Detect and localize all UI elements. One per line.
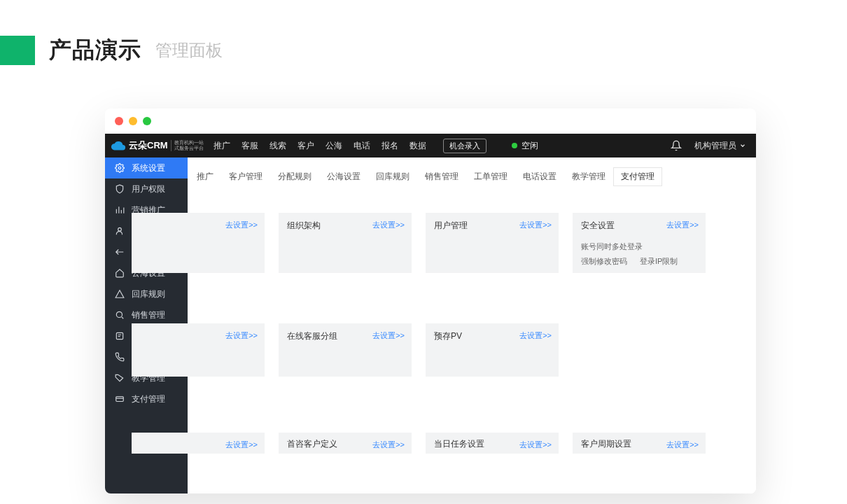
cloud-icon <box>111 138 126 153</box>
tab-pool-settings[interactable]: 公海设置 <box>319 167 368 186</box>
card-title: 在线客服分组 <box>287 330 337 342</box>
card-title: 组织架构 <box>287 220 321 232</box>
nav-phone[interactable]: 电话 <box>354 140 370 152</box>
tab-payment-manage[interactable]: 支付管理 <box>613 167 662 186</box>
card-online-service-group: 在线客服分组 去设置>> <box>279 323 412 377</box>
sidebar-item-label: 回库规则 <box>132 288 165 300</box>
bell-icon[interactable] <box>671 140 682 151</box>
sidebar-item-sales-manage[interactable]: 销售管理 <box>105 304 188 326</box>
card-sub-list-2: 强制修改密码 登录IP限制 <box>581 256 697 267</box>
card-hidden-1: 去设置>> <box>132 213 265 273</box>
go-settings-link[interactable]: 去设置>> <box>519 220 552 230</box>
nav-data[interactable]: 数据 <box>410 140 426 152</box>
card-security-settings: 安全设置 去设置>> 账号同时多处登录 强制修改密码 登录IP限制 <box>573 213 706 273</box>
card-first-consult-def: 首咨客户定义 去设置>> <box>279 433 412 454</box>
go-settings-link[interactable]: 去设置>> <box>372 440 405 450</box>
sidebar-item-label: 用户权限 <box>132 183 165 195</box>
phone-icon <box>115 352 125 362</box>
sidebar-item-return-rule[interactable]: 回库规则 <box>105 284 188 304</box>
sidebar-item-user-permission[interactable]: 用户权限 <box>105 178 188 200</box>
svg-rect-3 <box>116 397 124 402</box>
tab-phone-settings[interactable]: 电话设置 <box>515 167 564 186</box>
go-settings-link[interactable]: 去设置>> <box>225 220 258 230</box>
go-settings-link[interactable]: 去设置>> <box>372 220 405 230</box>
maximize-dot[interactable] <box>143 117 151 125</box>
app-body: 系统设置 用户权限 营销推广 客户管理 分配规则 公海设置 <box>105 158 756 493</box>
card-section-3: 去设置>> 首咨客户定义 去设置>> 当日任务设置 去设置>> 客户周期设置 去… <box>132 433 756 454</box>
nav-signup[interactable]: 报名 <box>382 140 398 152</box>
page-subtitle: 管理面板 <box>155 39 223 62</box>
sidebar-item-system-settings[interactable]: 系统设置 <box>105 158 188 178</box>
nav-promote[interactable]: 推广 <box>214 140 230 152</box>
status-group: 空闲 <box>512 140 538 152</box>
sidebar-item-label: 系统设置 <box>132 162 165 174</box>
app-window: 云朵CRM 教育机构一站 式服务云平台 推广 客服 线索 客户 公海 电话 报名… <box>105 108 756 493</box>
tab-promote[interactable]: 推广 <box>189 167 221 186</box>
person-icon <box>115 226 125 236</box>
card-hidden-3: 去设置>> <box>132 433 265 454</box>
nav-leads[interactable]: 线索 <box>270 140 286 152</box>
close-dot[interactable] <box>115 117 123 125</box>
tag-icon <box>115 373 125 383</box>
go-settings-link[interactable]: 去设置>> <box>519 330 552 341</box>
page-title: 产品演示 <box>49 35 141 66</box>
assign-icon <box>115 247 125 257</box>
window-titlebar <box>105 108 756 134</box>
card-title: 客户周期设置 <box>581 438 631 450</box>
tab-return-rule[interactable]: 回库规则 <box>368 167 417 186</box>
logo-text: 云朵CRM <box>129 139 168 152</box>
sales-icon <box>115 310 125 320</box>
card-daily-task-settings: 当日任务设置 去设置>> <box>426 433 559 454</box>
card-title: 首咨客户定义 <box>287 438 337 450</box>
app-header: 云朵CRM 教育机构一站 式服务云平台 推广 客服 线索 客户 公海 电话 报名… <box>105 134 756 158</box>
svg-point-0 <box>118 227 122 231</box>
chevron-down-icon <box>739 142 746 149</box>
top-nav: 推广 客服 线索 客户 公海 电话 报名 数据 机会录入 <box>214 139 486 153</box>
status-text: 空闲 <box>522 140 538 152</box>
nav-pool[interactable]: 公海 <box>326 140 342 152</box>
card-title: 用户管理 <box>434 220 468 232</box>
go-settings-link[interactable]: 去设置>> <box>225 330 258 341</box>
main-content: 推广 客户管理 分配规则 公海设置 回库规则 销售管理 工单管理 电话设置 教学… <box>188 158 756 493</box>
go-settings-link[interactable]: 去设置>> <box>519 440 552 450</box>
card-prestored-pv: 预存PV 去设置>> <box>426 323 559 377</box>
card-customer-cycle-settings: 客户周期设置 去设置>> <box>573 433 706 454</box>
home-icon <box>115 268 125 278</box>
go-settings-link[interactable]: 去设置>> <box>372 330 405 341</box>
triangle-icon <box>115 289 125 299</box>
card-sub-list: 账号同时多处登录 <box>581 241 697 252</box>
tab-assign-rule[interactable]: 分配规则 <box>270 167 319 186</box>
tab-customer-manage[interactable]: 客户管理 <box>221 167 270 186</box>
sidebar-item-label: 销售管理 <box>132 309 165 321</box>
svg-point-1 <box>116 312 122 317</box>
header-right: 机构管理员 <box>671 140 746 152</box>
sidebar-item-label: 支付管理 <box>132 393 165 405</box>
sidebar-item-payment-manage[interactable]: 支付管理 <box>105 388 188 410</box>
tab-teaching-manage[interactable]: 教学管理 <box>564 167 613 186</box>
ticket-icon <box>115 331 125 341</box>
tab-sales-manage[interactable]: 销售管理 <box>417 167 466 186</box>
status-dot-icon <box>512 143 517 148</box>
logo-tagline: 教育机构一站 式服务云平台 <box>171 140 204 150</box>
go-settings-link[interactable]: 去设置>> <box>666 440 699 450</box>
card-section-2: 去设置>> 在线客服分组 去设置>> 预存PV 去设置>> <box>188 323 756 377</box>
sub-item: 强制修改密码 <box>581 256 627 267</box>
go-settings-link[interactable]: 去设置>> <box>666 220 699 230</box>
minimize-dot[interactable] <box>129 117 137 125</box>
card-org-structure: 组织架构 去设置>> <box>279 213 412 273</box>
card-icon <box>115 394 125 404</box>
card-title: 安全设置 <box>581 220 615 232</box>
nav-customer[interactable]: 客户 <box>298 140 314 152</box>
card-user-manage: 用户管理 去设置>> <box>426 213 559 273</box>
tab-ticket-manage[interactable]: 工单管理 <box>466 167 515 186</box>
logo: 云朵CRM 教育机构一站 式服务云平台 <box>111 138 204 153</box>
record-button[interactable]: 机会录入 <box>443 139 486 153</box>
card-section-1: 去设置>> 组织架构 去设置>> 用户管理 去设置>> 安全设置 去设置>> <box>188 213 756 273</box>
tabs-row: 推广 客户管理 分配规则 公海设置 回库规则 销售管理 工单管理 电话设置 教学… <box>188 158 756 193</box>
page-title-row: 产品演示 管理面板 <box>0 35 223 66</box>
user-dropdown[interactable]: 机构管理员 <box>694 140 746 152</box>
nav-service[interactable]: 客服 <box>241 140 258 152</box>
card-hidden-2: 去设置>> <box>132 323 265 377</box>
go-settings-link[interactable]: 去设置>> <box>225 440 258 450</box>
shield-icon <box>115 184 125 194</box>
